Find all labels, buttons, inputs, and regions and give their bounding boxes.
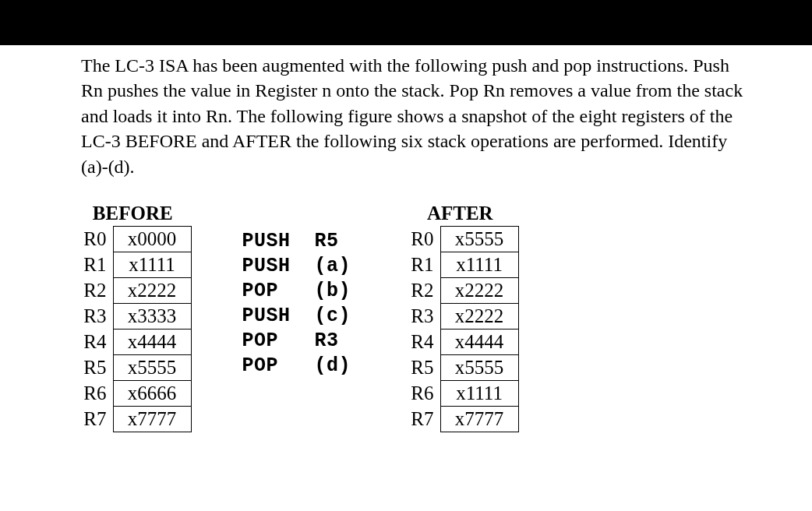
table-row: R6x1111 <box>401 381 518 407</box>
operation-line: POP (d) <box>242 354 351 379</box>
reg-name: R3 <box>401 304 440 330</box>
reg-name: R6 <box>74 381 113 407</box>
reg-name: R1 <box>401 252 440 278</box>
table-row: R1x1111 <box>74 252 191 278</box>
reg-name: R2 <box>401 278 440 304</box>
reg-value: x3333 <box>113 304 191 330</box>
operation-line: POP (b) <box>242 279 351 304</box>
reg-value: x2222 <box>440 304 518 330</box>
problem-description: The LC-3 ISA has been augmented with the… <box>81 53 743 179</box>
table-row: R3x2222 <box>401 304 518 330</box>
table-row: R4x4444 <box>74 330 191 355</box>
table-row: R7x7777 <box>401 407 518 432</box>
table-row: R4x4444 <box>401 330 518 355</box>
reg-name: R5 <box>401 355 440 381</box>
table-row: R7x7777 <box>74 407 191 432</box>
table-row: R6x6666 <box>74 381 191 407</box>
reg-name: R6 <box>401 381 440 407</box>
table-row: R5x5555 <box>74 355 191 381</box>
reg-name: R4 <box>74 330 113 355</box>
table-row: R0x5555 <box>401 227 518 252</box>
operation-line: PUSH R5 <box>242 229 351 254</box>
reg-value: x5555 <box>440 227 518 252</box>
operations-panel: PUSH R5PUSH (a)POP (b)PUSH (c)POP R3POP … <box>242 229 351 379</box>
table-row: R3x3333 <box>74 304 191 330</box>
content-area: The LC-3 ISA has been augmented with the… <box>81 53 743 179</box>
reg-value: x6666 <box>113 381 191 407</box>
reg-value: x5555 <box>440 355 518 381</box>
before-panel: BEFORE R0x0000 R1x1111 R2x2222 R3x3333 R… <box>74 203 192 432</box>
reg-value: x4444 <box>440 330 518 355</box>
reg-name: R1 <box>74 252 113 278</box>
header-black-bar <box>0 0 812 45</box>
reg-value: x7777 <box>113 407 191 432</box>
before-title: BEFORE <box>93 203 173 224</box>
reg-name: R3 <box>74 304 113 330</box>
figure-area: BEFORE R0x0000 R1x1111 R2x2222 R3x3333 R… <box>74 203 744 432</box>
after-title: AFTER <box>427 203 493 224</box>
reg-value: x1111 <box>113 252 191 278</box>
after-register-table: R0x5555 R1x1111 R2x2222 R3x2222 R4x4444 … <box>401 226 519 432</box>
reg-value: x0000 <box>113 227 191 252</box>
reg-name: R0 <box>74 227 113 252</box>
table-row: R5x5555 <box>401 355 518 381</box>
table-row: R2x2222 <box>401 278 518 304</box>
after-panel: AFTER R0x5555 R1x1111 R2x2222 R3x2222 R4… <box>401 203 519 432</box>
operation-line: POP R3 <box>242 329 351 354</box>
reg-name: R5 <box>74 355 113 381</box>
table-row: R2x2222 <box>74 278 191 304</box>
reg-name: R7 <box>401 407 440 432</box>
before-register-table: R0x0000 R1x1111 R2x2222 R3x3333 R4x4444 … <box>74 226 192 432</box>
reg-name: R4 <box>401 330 440 355</box>
table-row: R1x1111 <box>401 252 518 278</box>
reg-value: x2222 <box>113 278 191 304</box>
reg-value: x1111 <box>440 252 518 278</box>
reg-name: R7 <box>74 407 113 432</box>
reg-name: R2 <box>74 278 113 304</box>
table-row: R0x0000 <box>74 227 191 252</box>
operation-line: PUSH (a) <box>242 254 351 279</box>
reg-value: x5555 <box>113 355 191 381</box>
reg-value: x1111 <box>440 381 518 407</box>
reg-name: R0 <box>401 227 440 252</box>
operation-line: PUSH (c) <box>242 304 351 329</box>
reg-value: x7777 <box>440 407 518 432</box>
reg-value: x4444 <box>113 330 191 355</box>
reg-value: x2222 <box>440 278 518 304</box>
